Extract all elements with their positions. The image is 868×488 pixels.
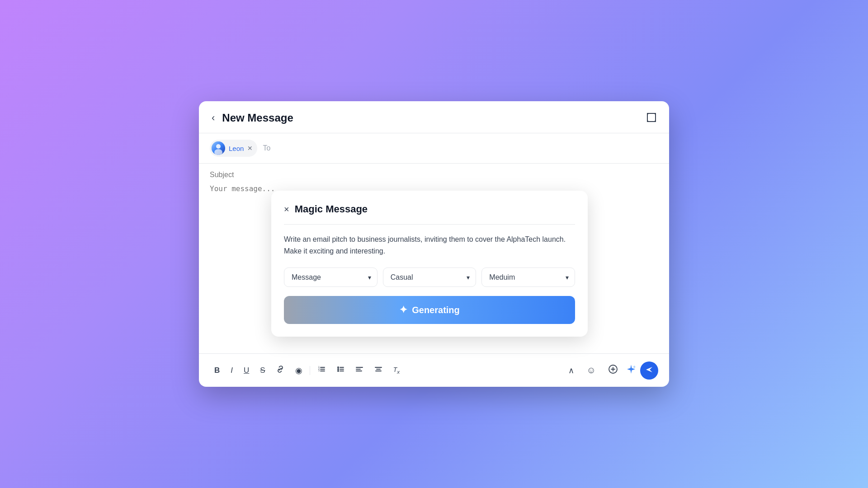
svg-text:3: 3	[318, 369, 320, 372]
send-icon	[645, 366, 653, 375]
svg-rect-0	[647, 113, 656, 122]
modal-controls: Message Subject Reply ▾ Casual Formal Fr…	[284, 267, 575, 287]
avatar-image	[212, 141, 225, 155]
underline-button[interactable]: U	[239, 362, 254, 379]
align-left-icon	[355, 365, 363, 375]
color-button[interactable]: ◉	[291, 362, 307, 379]
strikethrough-icon: S	[260, 366, 265, 375]
attach-button[interactable]	[604, 361, 622, 380]
tone-select[interactable]: Casual Formal Friendly Professional	[383, 267, 476, 287]
ordered-list-icon: 1 2 3	[317, 365, 326, 375]
emoji-icon: ☺	[587, 365, 596, 375]
italic-icon: I	[231, 366, 233, 375]
modal-prompt-text: Write an email pitch to business journal…	[284, 234, 575, 257]
sparkle-icon: ✦	[399, 304, 407, 316]
to-field[interactable]: Leon ✕ To	[199, 133, 669, 164]
attach-icon	[609, 365, 618, 376]
compose-area: × Magic Message Write an email pitch to …	[199, 164, 669, 353]
generate-button-label: Generating	[412, 305, 460, 315]
to-label: To	[263, 144, 270, 152]
magic-message-modal: × Magic Message Write an email pitch to …	[271, 191, 588, 337]
recipient-name: Leon	[229, 145, 244, 152]
color-icon: ◉	[295, 366, 302, 375]
unordered-list-icon	[336, 365, 344, 375]
tone-select-wrapper: Casual Formal Friendly Professional ▾	[383, 267, 476, 287]
strikethrough-button[interactable]: S	[255, 362, 269, 379]
subject-input[interactable]	[210, 171, 658, 179]
align-center-icon	[374, 365, 382, 375]
modal-title-group: × Magic Message	[284, 203, 368, 215]
toolbar-left: B I U S ◉	[210, 361, 562, 379]
bold-icon: B	[214, 366, 220, 375]
toolbar-right: ∧ ☺	[564, 361, 658, 380]
header-left: ‹ New Message	[210, 110, 293, 126]
type-select-wrapper: Message Subject Reply ▾	[284, 267, 377, 287]
back-button[interactable]: ‹	[210, 110, 217, 126]
toolbar-divider-1	[310, 366, 310, 375]
recipient-chip: Leon ✕	[210, 140, 257, 157]
length-select[interactable]: Short Meduim Long	[481, 267, 575, 287]
expand-button[interactable]	[645, 111, 658, 126]
modal-title: Magic Message	[295, 203, 368, 215]
underline-icon: U	[244, 366, 249, 375]
italic-button[interactable]: I	[226, 362, 237, 379]
clear-format-button[interactable]: Tx	[389, 362, 404, 378]
unordered-list-button[interactable]	[332, 361, 349, 379]
window-header: ‹ New Message	[199, 101, 669, 133]
toolbar: B I U S ◉	[199, 353, 669, 387]
generate-button[interactable]: ✦ Generating	[284, 296, 575, 324]
svg-point-2	[216, 144, 221, 149]
link-icon	[276, 365, 284, 375]
magic-compose-button[interactable]	[626, 364, 637, 377]
up-arrow-icon: ∧	[568, 366, 574, 375]
collapse-button[interactable]: ∧	[564, 362, 579, 379]
back-icon: ‹	[212, 112, 215, 124]
link-button[interactable]	[272, 361, 289, 379]
length-select-wrapper: Short Meduim Long ▾	[481, 267, 575, 287]
svg-point-12	[337, 370, 339, 372]
send-button[interactable]	[640, 361, 658, 380]
compose-window: ‹ New Message	[199, 101, 669, 387]
window-title: New Message	[222, 112, 293, 124]
remove-recipient-button[interactable]: ✕	[247, 145, 253, 151]
emoji-button[interactable]: ☺	[582, 361, 600, 379]
modal-header: × Magic Message	[284, 203, 575, 225]
expand-icon	[646, 113, 656, 122]
align-center-button[interactable]	[370, 361, 387, 379]
type-select[interactable]: Message Subject Reply	[284, 267, 377, 287]
ordered-list-button[interactable]: 1 2 3	[313, 361, 330, 379]
svg-point-10	[337, 366, 339, 368]
magic-sparkle-icon	[626, 364, 637, 377]
bold-button[interactable]: B	[210, 362, 224, 379]
svg-point-11	[337, 368, 339, 370]
clear-format-icon: Tx	[393, 366, 400, 375]
align-left-button[interactable]	[351, 361, 368, 379]
modal-close-button[interactable]: ×	[284, 205, 289, 214]
avatar	[212, 141, 225, 155]
